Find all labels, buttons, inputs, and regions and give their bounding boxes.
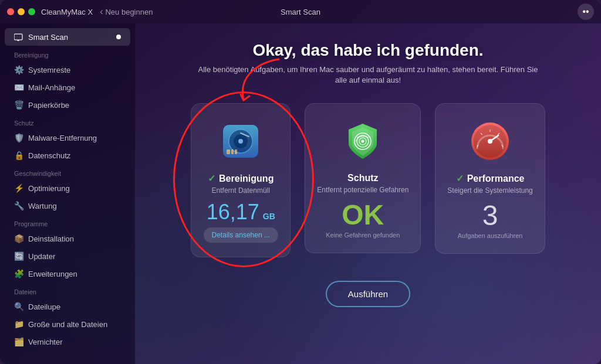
schutz-detail: Keine Gefahren gefunden: [326, 232, 400, 239]
main-content: Okay, das habe ich gefunden. Alle benöti…: [135, 23, 601, 364]
schutz-ok-value: OK: [342, 201, 384, 229]
deinstallation-label: Deinstallation: [28, 234, 74, 243]
shredder-icon: 🗂️: [14, 337, 23, 346]
bereinigung-check: ✓: [208, 173, 215, 184]
bereinigung-subtitle: Entfernt Datenmüll: [212, 186, 270, 195]
erweiterungen-label: Erweiterungen: [28, 270, 77, 278]
performance-detail: Aufgaben auszuführen: [458, 232, 523, 239]
app-window: CleanMyMac X ‹ Neu beginnen Smart Scan •…: [0, 0, 601, 364]
section-bereinigung: Bereinigung: [0, 46, 135, 61]
performance-check: ✓: [456, 173, 464, 184]
malware-label: Malware-Entfernung: [28, 134, 97, 142]
smart-scan-icon: [14, 32, 23, 42]
maintenance-icon: 🔧: [14, 201, 23, 210]
sidebar: Smart Scan Bereinigung ⚙️ Systemreste ✉️…: [0, 23, 135, 364]
sidebar-item-papierkorbe[interactable]: 🗑️ Papierkörbe: [5, 96, 130, 114]
svg-rect-9: [227, 149, 230, 154]
sidebar-item-erweiterungen[interactable]: 🧩 Erweiterungen: [5, 265, 130, 283]
titlebar: CleanMyMac X ‹ Neu beginnen Smart Scan •…: [0, 0, 601, 23]
optimierung-label: Optimierung: [28, 184, 70, 193]
sidebar-item-updater[interactable]: 🔄 Updater: [5, 247, 130, 265]
titlebar-title: Smart Scan: [281, 8, 320, 16]
minimize-button[interactable]: [18, 8, 25, 15]
performance-subtitle: Steigert die Systemleistung: [447, 186, 532, 195]
cards-row: ✓ Bereinigung Entfernt Datenmüll 16,17 G…: [191, 103, 545, 257]
smart-scan-label: Smart Scan: [28, 33, 68, 42]
large-files-icon: 📁: [14, 319, 23, 329]
main-layout: Smart Scan Bereinigung ⚙️ Systemreste ✉️…: [0, 23, 601, 364]
card-bereinigung[interactable]: ✓ Bereinigung Entfernt Datenmüll 16,17 G…: [191, 103, 291, 257]
svg-point-19: [488, 139, 492, 144]
schutz-title: Schutz: [347, 173, 378, 183]
systemreste-icon: ⚙️: [14, 65, 23, 74]
section-dateien: Dateien: [0, 283, 135, 298]
optimize-icon: ⚡: [14, 183, 23, 193]
malware-icon: 🛡️: [14, 133, 23, 142]
card-performance[interactable]: ✓ Performance Steigert die Systemleistun…: [435, 103, 545, 254]
uninstall-icon: 📦: [14, 234, 23, 243]
mail-label: Mail-Anhänge: [28, 83, 75, 92]
svg-rect-11: [235, 149, 237, 154]
performance-title: ✓ Performance: [456, 173, 525, 184]
sidebar-item-vernichter[interactable]: 🗂️ Vernichter: [5, 333, 130, 351]
section-schutz: Schutz: [0, 114, 135, 129]
bereinigung-unit: GB: [263, 212, 275, 221]
section-programme: Programme: [0, 215, 135, 230]
schutz-subtitle: Entfernt potenzielle Gefahren: [317, 186, 408, 194]
sidebar-item-mail[interactable]: ✉️ Mail-Anhänge: [5, 79, 130, 96]
traffic-lights: [7, 8, 35, 15]
svg-point-7: [238, 139, 243, 144]
wartung-label: Wartung: [28, 202, 57, 210]
page-title: Okay, das habe ich gefunden.: [252, 41, 483, 60]
svg-rect-10: [231, 149, 234, 154]
papierkorbe-label: Papierkörbe: [28, 101, 69, 110]
svg-point-15: [362, 140, 364, 143]
nav-back-label[interactable]: Neu beginnen: [105, 8, 153, 16]
section-geschwindigkeit: Geschwindigkeit: [0, 164, 135, 179]
sidebar-item-malware[interactable]: 🛡️ Malware-Entfernung: [5, 129, 130, 147]
bereinigung-icon: [217, 118, 264, 165]
details-button[interactable]: Details ansehen ...: [204, 227, 278, 243]
bereinigung-value: 16,17: [207, 202, 259, 223]
mail-icon: ✉️: [14, 83, 23, 92]
maximize-button[interactable]: [28, 8, 35, 15]
performance-value: 3: [482, 202, 498, 230]
svg-rect-0: [14, 34, 22, 40]
sidebar-item-datenschutz[interactable]: 🔒 Datenschutz: [5, 147, 130, 164]
dateilupe-label: Dateilupe: [28, 302, 60, 311]
grosse-label: Große und alte Dateien: [28, 320, 107, 329]
vernichter-label: Vernichter: [28, 338, 63, 346]
sidebar-item-dateilupe[interactable]: 🔍 Dateilupe: [5, 298, 130, 315]
titlebar-nav: ‹ Neu beginnen: [100, 6, 153, 17]
bereinigung-title: ✓ Bereinigung: [208, 173, 274, 184]
file-search-icon: 🔍: [14, 302, 23, 311]
extensions-icon: 🧩: [14, 269, 23, 278]
sidebar-item-deinstallation[interactable]: 📦 Deinstallation: [5, 230, 130, 247]
close-button[interactable]: [7, 8, 14, 15]
sidebar-item-smart-scan[interactable]: Smart Scan: [5, 28, 130, 46]
systemreste-label: Systemreste: [28, 66, 70, 74]
schutz-icon: [339, 118, 386, 165]
bereinigung-value-row: 16,17 GB: [207, 202, 275, 223]
trash-icon: 🗑️: [14, 100, 23, 110]
app-name: CleanMyMac X: [41, 8, 93, 16]
card-schutz[interactable]: Schutz Entfernt potenzielle Gefahren OK …: [305, 103, 421, 253]
performance-icon: [467, 118, 514, 165]
sidebar-item-systemreste[interactable]: ⚙️ Systemreste: [5, 61, 130, 79]
active-dot: [116, 35, 121, 39]
sidebar-item-wartung[interactable]: 🔧 Wartung: [5, 197, 130, 215]
datenschutz-label: Datenschutz: [28, 151, 70, 160]
updater-label: Updater: [28, 252, 55, 261]
sidebar-item-optimierung[interactable]: ⚡ Optimierung: [5, 179, 130, 197]
execute-button[interactable]: Ausführen: [326, 281, 410, 307]
sidebar-item-grosse-dateien[interactable]: 📁 Große und alte Dateien: [5, 315, 130, 333]
user-avatar[interactable]: ••: [578, 4, 594, 20]
update-icon: 🔄: [14, 251, 23, 261]
page-subtitle: Alle benötigten Aufgaben, um Ihren Mac s…: [192, 64, 544, 86]
privacy-icon: 🔒: [14, 151, 23, 160]
